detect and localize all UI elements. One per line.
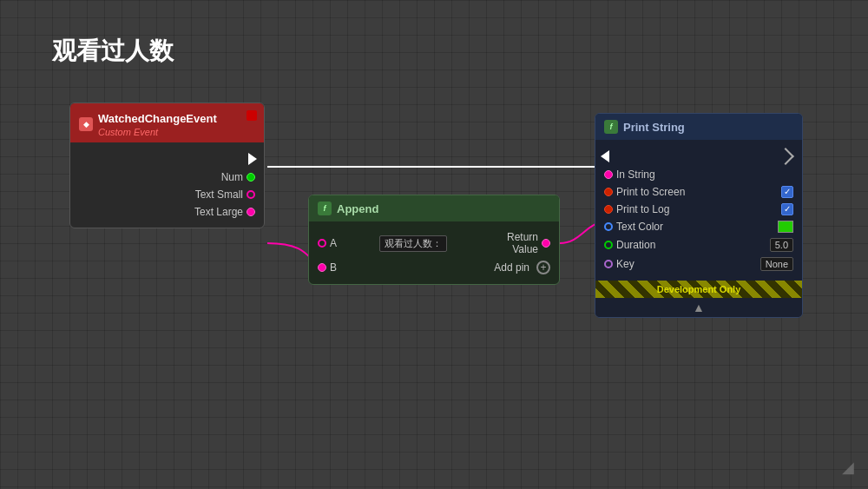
page-title: 观看过人数 [52,35,174,68]
key-pin[interactable] [604,260,613,268]
append-node-header: f Append [309,195,559,221]
num-pin-row: Num [70,169,264,186]
node-watched-header: ◆ WatchedChangeEvent Custom Event [70,103,264,142]
print-screen-check: ✓ [784,188,791,196]
print-screen-label: Print to Screen [616,186,778,198]
print-node-body: In String Print to Screen ✓ Print to Log… [595,140,802,281]
in-string-row: In String [595,166,802,183]
text-small-pin[interactable] [247,190,255,199]
return-value-label: Return Value [492,231,538,255]
in-string-label: In String [616,169,793,181]
duration-label: Duration [616,239,766,251]
node-append: f Append A 观看过人数： Return Value B Add pin… [308,195,560,285]
pin-a-input[interactable]: 观看过人数： [379,235,447,252]
in-string-pin[interactable] [604,170,613,179]
add-pin-button[interactable]: + [536,261,550,274]
num-pin[interactable] [247,173,255,182]
key-row: Key None [595,254,802,274]
print-log-label: Print to Log [616,203,778,215]
pin-b[interactable] [318,263,326,272]
print-log-check: ✓ [784,205,791,214]
watched-node-subtitle: Custom Event [98,127,217,137]
exec-in-pin[interactable] [601,150,609,162]
text-large-pin-label: Text Large [79,206,243,218]
pin-b-row: B Add pin + [309,258,559,277]
watched-node-body: Num Text Small Text Large [70,142,264,228]
print-to-log-row: Print to Log ✓ [595,201,802,218]
pin-a-label: A [330,237,376,249]
print-log-checkbox[interactable]: ✓ [781,203,793,215]
blueprint-canvas: 观看过人数 ◆ WatchedChangeEvent Custom Event … [0,0,868,489]
duration-row: Duration 5.0 [595,235,802,254]
print-to-screen-row: Print to Screen ✓ [595,183,802,201]
text-color-swatch[interactable] [778,221,793,233]
print-log-pin[interactable] [604,205,613,214]
print-screen-pin[interactable] [604,188,613,196]
text-small-pin-row: Text Small [70,186,264,203]
num-pin-label: Num [79,171,243,183]
watermark: ◢ [842,458,854,477]
func-icon: f [318,202,332,215]
exec-out-pin[interactable] [248,153,257,165]
append-node-title: Append [337,202,378,215]
duration-value[interactable]: 5.0 [770,238,793,252]
pin-b-label: B [330,261,397,274]
text-color-pin[interactable] [604,222,613,231]
watched-node-title: WatchedChangeEvent [98,112,217,125]
duration-pin[interactable] [604,241,613,249]
collapse-arrow[interactable]: ▲ [595,298,802,317]
pin-a[interactable] [318,239,326,248]
print-screen-checkbox[interactable]: ✓ [781,186,793,198]
add-pin-label: Add pin [463,261,529,274]
key-label: Key [616,258,757,270]
watched-exec-row [70,149,264,169]
print-node-header: f Print String [595,114,802,140]
exec-out-hollow-pin[interactable] [777,148,794,165]
key-value[interactable]: None [760,257,793,271]
text-large-pin[interactable] [247,208,255,216]
append-node-body: A 观看过人数： Return Value B Add pin + [309,221,559,284]
text-color-label: Text Color [616,221,774,233]
print-func-icon: f [604,120,618,134]
text-small-pin-label: Text Small [79,188,243,201]
node-watched-change-event: ◆ WatchedChangeEvent Custom Event Num Te… [69,102,265,228]
text-color-row: Text Color [595,218,802,235]
node-print-string: f Print String In String Print to Screen [595,113,803,318]
print-exec-row [595,147,802,166]
text-large-pin-row: Text Large [70,203,264,221]
dev-only-bar: Development Only [595,281,802,298]
print-node-title: Print String [623,121,685,134]
pin-a-row: A 观看过人数： Return Value [309,228,559,258]
return-value-pin[interactable] [542,239,550,248]
event-icon: ◆ [79,117,93,131]
corner-indicator [247,110,257,121]
